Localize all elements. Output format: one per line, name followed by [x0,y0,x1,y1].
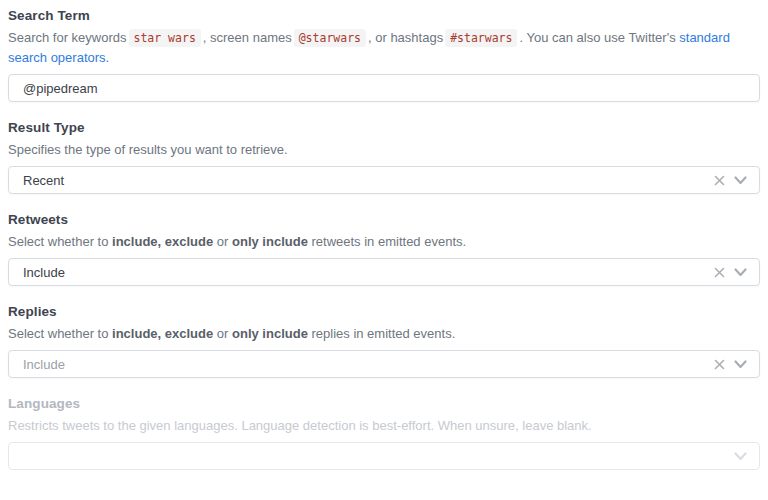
search-term-input-wrap [8,74,760,102]
field-search-term: Search Term Search for keywordsstar wars… [8,7,760,102]
code-token-screen-name: @starwars [294,29,366,47]
field-languages: Languages Restricts tweets to the given … [8,395,760,470]
chevron-down-icon [734,452,747,461]
result-type-value: Recent [23,173,714,188]
result-type-description: Specifies the type of results you want t… [8,140,760,160]
chevron-down-icon[interactable] [734,176,747,185]
replies-description: Select whether to include, exclude or on… [8,324,760,344]
field-retweets: Retweets Select whether to include, excl… [8,211,760,286]
desc-text: Search for keywords [8,30,127,45]
clear-icon[interactable] [714,175,725,186]
code-token-hashtag: #starwars [445,29,517,47]
languages-select[interactable] [8,442,760,470]
field-replies: Replies Select whether to include, exclu… [8,303,760,378]
chevron-down-icon[interactable] [734,268,747,277]
languages-description: Restricts tweets to the given languages.… [8,416,760,436]
chevron-down-icon[interactable] [734,360,747,369]
retweets-description: Select whether to include, exclude or on… [8,232,760,252]
search-term-description: Search for keywordsstar wars, screen nam… [8,28,760,68]
search-term-input[interactable] [9,75,759,101]
clear-icon[interactable] [714,359,725,370]
replies-value: Include [23,357,714,372]
retweets-value: Include [23,265,714,280]
search-term-label: Search Term [8,7,760,24]
field-result-type: Result Type Specifies the type of result… [8,119,760,194]
desc-text: , or hashtags [368,30,443,45]
desc-text: , screen names [203,30,292,45]
languages-label: Languages [8,395,760,412]
desc-text: . You can also use Twitter's [519,30,675,45]
result-type-label: Result Type [8,119,760,136]
replies-label: Replies [8,303,760,320]
clear-icon[interactable] [714,267,725,278]
replies-select[interactable]: Include [8,350,760,378]
code-token-keywords: star wars [129,29,201,47]
twitter-source-config-form: Search Term Search for keywordsstar wars… [0,0,768,470]
result-type-select[interactable]: Recent [8,166,760,194]
retweets-label: Retweets [8,211,760,228]
retweets-select[interactable]: Include [8,258,760,286]
